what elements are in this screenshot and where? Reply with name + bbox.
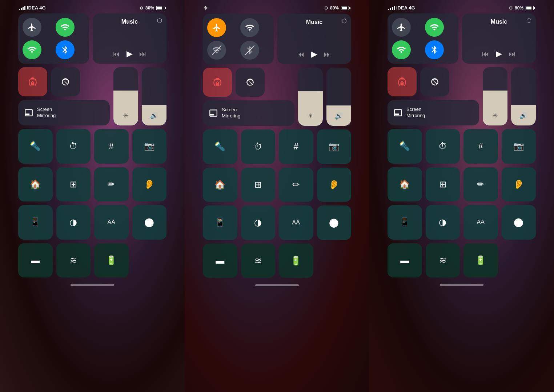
home-btn-2[interactable]: 🏠 — [203, 168, 237, 202]
timer-btn-2[interactable]: ⏱ — [241, 129, 276, 164]
bluetooth-btn-2[interactable] — [240, 41, 259, 60]
display-btn-2[interactable]: ◑ — [241, 205, 276, 240]
remote-btn-3[interactable]: 📱 — [388, 205, 422, 240]
brightness-fill-3 — [483, 91, 507, 125]
text-size-btn-2[interactable]: AA — [279, 205, 313, 240]
text-size-btn-3[interactable]: AA — [463, 205, 498, 240]
camera-btn-2[interactable]: 📷 — [317, 129, 352, 164]
battery-icon-1 — [156, 6, 166, 10]
wallet-btn-1[interactable]: ▬ — [18, 243, 53, 278]
next-btn-3[interactable]: ⏭ — [509, 50, 516, 58]
rotation-lock-btn-1[interactable] — [18, 67, 47, 96]
flashlight-btn-1[interactable]: 🔦 — [18, 129, 53, 164]
screen-mirror-btn-2[interactable]: ScreenMirroring — [203, 100, 294, 126]
airplane-btn-1[interactable] — [23, 18, 41, 37]
volume-slider-3[interactable]: 🔊 — [511, 67, 536, 125]
do-not-disturb-btn-2[interactable] — [236, 68, 265, 97]
airplay-btn-3[interactable]: ⬡ — [526, 17, 531, 24]
audio-btn-3[interactable]: ≋ — [426, 243, 460, 278]
screen-record-btn-1[interactable]: ⬤ — [132, 205, 167, 240]
play-btn-3[interactable]: ▶ — [496, 49, 502, 59]
timer-btn-1[interactable]: ⏱ — [56, 129, 91, 164]
panel-1: IDEA 4G ⊙ 80% — [0, 0, 185, 392]
flashlight-btn-3[interactable]: 🔦 — [388, 129, 422, 164]
screen-mirror-btn-1[interactable]: ScreenMirroring — [18, 100, 110, 125]
volume-slider-2[interactable]: 🔊 — [326, 68, 351, 126]
notes-btn-1[interactable]: ✏ — [94, 167, 129, 202]
play-btn-1[interactable]: ▶ — [127, 49, 133, 59]
audio-btn-2[interactable]: ≋ — [241, 244, 276, 278]
screen-record-btn-2[interactable]: ⬤ — [317, 205, 352, 240]
wallet-btn-3[interactable]: ▬ — [388, 243, 422, 278]
airplane-btn-3[interactable] — [392, 18, 411, 37]
qr-btn-2[interactable]: ⊞ — [241, 168, 276, 202]
hearing-btn-3[interactable]: 👂 — [502, 167, 536, 202]
timer-btn-3[interactable]: ⏱ — [426, 129, 460, 164]
battery-btn-2[interactable]: 🔋 — [279, 244, 313, 278]
rotation-lock-btn-2[interactable] — [203, 68, 232, 97]
brightness-fill-1 — [113, 91, 138, 125]
camera-btn-3[interactable]: 📷 — [502, 129, 536, 164]
prev-btn-1[interactable]: ⏮ — [113, 50, 120, 58]
screen-mirror-label-1: ScreenMirroring — [37, 107, 56, 119]
status-bar-1: IDEA 4G ⊙ 80% — [16, 0, 169, 13]
notes-btn-3[interactable]: ✏ — [463, 167, 498, 202]
camera-btn-1[interactable]: 📷 — [132, 129, 167, 164]
volume-slider-1[interactable]: 🔊 — [142, 67, 166, 125]
prev-btn-3[interactable]: ⏮ — [482, 50, 489, 58]
display-btn-3[interactable]: ◑ — [426, 205, 460, 240]
airplane-btn-2[interactable] — [207, 18, 226, 37]
remote-btn-1[interactable]: 📱 — [18, 205, 53, 240]
battery-btn-1[interactable]: 🔋 — [94, 243, 129, 278]
bluetooth-btn-3[interactable] — [425, 40, 444, 59]
signal-bar — [390, 8, 391, 10]
flashlight-btn-2[interactable]: 🔦 — [203, 129, 237, 164]
hearing-btn-2[interactable]: 👂 — [317, 168, 352, 202]
wallet-btn-2[interactable]: ▬ — [203, 244, 237, 278]
cellular-btn-3[interactable] — [425, 18, 444, 37]
hearing-btn-1[interactable]: 👂 — [132, 167, 167, 202]
notes-btn-2[interactable]: ✏ — [279, 168, 313, 202]
music-title-3: Music — [468, 19, 530, 25]
wifi-btn-3[interactable] — [392, 40, 411, 59]
qr-btn-3[interactable]: ⊞ — [426, 167, 460, 202]
row-icons-5-1: 📱 ◑ AA ⬤ — [18, 205, 166, 240]
calculator-btn-1[interactable]: # — [94, 129, 129, 164]
text-size-btn-1[interactable]: AA — [94, 205, 129, 240]
cellular-btn-1[interactable] — [56, 18, 75, 37]
airplay-btn-2[interactable]: ⬡ — [342, 17, 347, 24]
music-tile-2: ⬡ Music ⏮ ▶ ⏭ — [277, 14, 351, 64]
calculator-btn-2[interactable]: # — [279, 129, 313, 164]
home-btn-1[interactable]: 🏠 — [18, 167, 53, 202]
qr-btn-1[interactable]: ⊞ — [56, 167, 91, 202]
rotation-lock-btn-3[interactable] — [388, 67, 417, 96]
cellular-btn-2[interactable] — [240, 18, 259, 37]
do-not-disturb-btn-3[interactable] — [420, 67, 449, 96]
wifi-btn-1[interactable] — [23, 40, 41, 59]
small-tiles-row-1 — [18, 67, 110, 96]
screen-mirror-btn-3[interactable]: ScreenMirroring — [388, 100, 479, 125]
airplay-btn-1[interactable]: ⬡ — [157, 17, 162, 24]
screen-mirror-label-2: ScreenMirroring — [222, 107, 240, 119]
music-controls-3: ⏮ ▶ ⏭ — [468, 49, 530, 59]
bluetooth-btn-1[interactable] — [56, 40, 75, 59]
row-icons-6-1: ▬ ≋ 🔋 — [18, 243, 166, 278]
status-bar-2: ✈ ⊙ 80% — [201, 0, 353, 14]
display-btn-1[interactable]: ◑ — [56, 205, 91, 240]
next-btn-1[interactable]: ⏭ — [139, 50, 146, 58]
remote-btn-2[interactable]: 📱 — [203, 205, 237, 240]
battery-btn-3[interactable]: 🔋 — [463, 243, 498, 278]
calculator-btn-3[interactable]: # — [463, 129, 498, 164]
play-btn-2[interactable]: ▶ — [311, 49, 317, 59]
brightness-slider-3[interactable]: ☀ — [483, 67, 507, 125]
wifi-btn-2[interactable] — [207, 41, 226, 60]
home-btn-3[interactable]: 🏠 — [388, 167, 422, 202]
screen-record-btn-3[interactable]: ⬤ — [502, 205, 536, 240]
audio-btn-1[interactable]: ≋ — [56, 243, 91, 278]
next-btn-2[interactable]: ⏭ — [324, 50, 331, 59]
brightness-slider-1[interactable]: ☀ — [113, 67, 138, 125]
prev-btn-2[interactable]: ⏮ — [297, 50, 305, 59]
carrier-label-3: IDEA 4G — [396, 5, 415, 11]
do-not-disturb-btn-1[interactable] — [51, 67, 80, 96]
brightness-slider-2[interactable]: ☀ — [298, 68, 323, 126]
